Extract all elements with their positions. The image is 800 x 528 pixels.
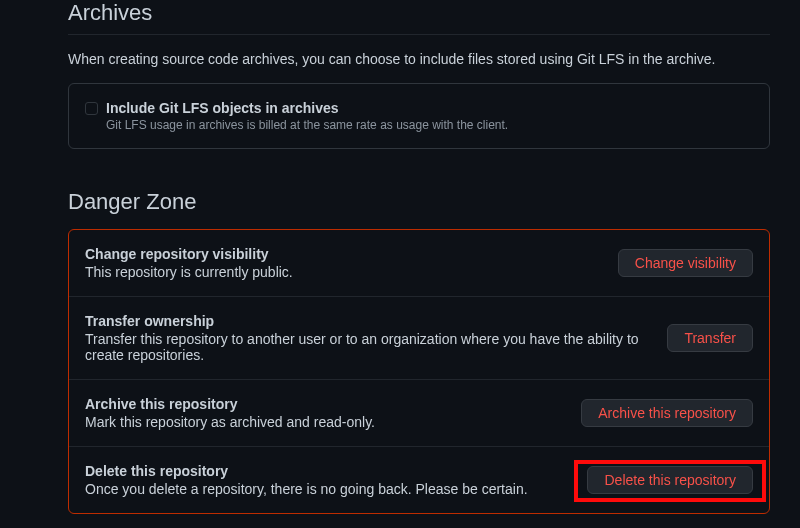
lfs-checkbox-row: Include Git LFS objects in archives Git … (85, 100, 753, 132)
danger-item-archive: Archive this repository Mark this reposi… (69, 380, 769, 447)
danger-item-desc: Mark this repository as archived and rea… (85, 414, 565, 430)
danger-item-delete: Delete this repository Once you delete a… (69, 447, 769, 513)
danger-item-desc: Transfer this repository to another user… (85, 331, 651, 363)
danger-item-title: Archive this repository (85, 396, 565, 412)
lfs-checkbox[interactable] (85, 102, 98, 115)
danger-item-visibility: Change repository visibility This reposi… (69, 230, 769, 297)
archives-heading: Archives (68, 0, 770, 35)
danger-item-transfer: Transfer ownership Transfer this reposit… (69, 297, 769, 380)
danger-item-title: Transfer ownership (85, 313, 651, 329)
lfs-checkbox-help: Git LFS usage in archives is billed at t… (106, 118, 753, 132)
delete-highlight-box: Delete this repository (587, 466, 753, 494)
archive-repository-button[interactable]: Archive this repository (581, 399, 753, 427)
danger-text: Delete this repository Once you delete a… (85, 463, 587, 497)
transfer-button[interactable]: Transfer (667, 324, 753, 352)
danger-text: Archive this repository Mark this reposi… (85, 396, 581, 430)
danger-item-title: Change repository visibility (85, 246, 602, 262)
delete-repository-button[interactable]: Delete this repository (587, 466, 753, 494)
danger-text: Transfer ownership Transfer this reposit… (85, 313, 667, 363)
danger-zone-panel: Change repository visibility This reposi… (68, 229, 770, 514)
danger-item-desc: This repository is currently public. (85, 264, 602, 280)
danger-item-title: Delete this repository (85, 463, 571, 479)
change-visibility-button[interactable]: Change visibility (618, 249, 753, 277)
lfs-checkbox-label[interactable]: Include Git LFS objects in archives (106, 100, 753, 116)
danger-zone-heading: Danger Zone (68, 189, 770, 215)
archives-description: When creating source code archives, you … (68, 51, 770, 67)
archives-panel: Include Git LFS objects in archives Git … (68, 83, 770, 149)
danger-item-desc: Once you delete a repository, there is n… (85, 481, 571, 497)
danger-text: Change repository visibility This reposi… (85, 246, 618, 280)
lfs-checkbox-content: Include Git LFS objects in archives Git … (106, 100, 753, 132)
